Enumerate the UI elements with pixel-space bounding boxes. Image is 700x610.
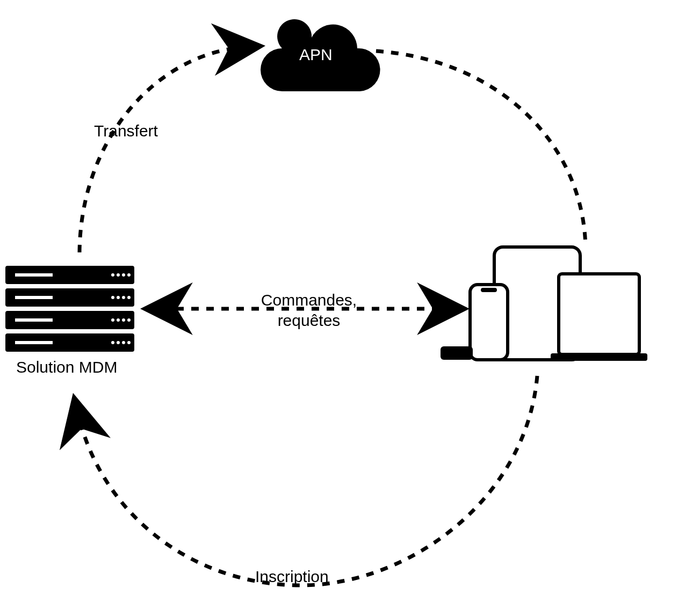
svg-point-6 [117, 273, 120, 277]
edge-enroll-label: Inscription [255, 567, 329, 587]
server-node [5, 266, 134, 352]
svg-rect-9 [15, 296, 53, 299]
edge-cloud-to-devices [376, 51, 586, 247]
cloud-label: APN [299, 46, 333, 64]
svg-rect-28 [481, 288, 497, 292]
svg-point-10 [111, 296, 114, 299]
svg-point-11 [117, 296, 120, 299]
svg-point-22 [122, 341, 125, 344]
svg-rect-4 [15, 273, 53, 277]
svg-point-20 [111, 341, 114, 344]
edge-transfer-label: Transfert [94, 121, 158, 141]
svg-point-13 [127, 296, 131, 299]
diagram-root: APN Solution MDM Transfert Commandes, re… [0, 0, 700, 610]
svg-point-12 [122, 296, 125, 299]
svg-rect-25 [559, 274, 639, 354]
svg-point-17 [122, 318, 125, 322]
svg-point-15 [111, 318, 114, 322]
svg-rect-19 [15, 341, 53, 344]
svg-point-21 [117, 341, 120, 344]
svg-rect-29 [441, 346, 473, 360]
server-label: Solution MDM [16, 357, 117, 377]
edge-commands-label: Commandes, requêtes [255, 290, 363, 330]
svg-rect-26 [551, 353, 647, 361]
devices-node [441, 247, 647, 361]
svg-point-5 [111, 273, 114, 277]
svg-point-16 [117, 318, 120, 322]
svg-rect-27 [470, 285, 508, 360]
svg-point-7 [122, 273, 125, 277]
edge-transfer [80, 47, 244, 252]
svg-point-23 [127, 341, 131, 344]
svg-rect-14 [15, 318, 53, 322]
edge-enroll [78, 376, 537, 585]
svg-point-18 [127, 318, 131, 322]
svg-point-8 [127, 273, 131, 277]
